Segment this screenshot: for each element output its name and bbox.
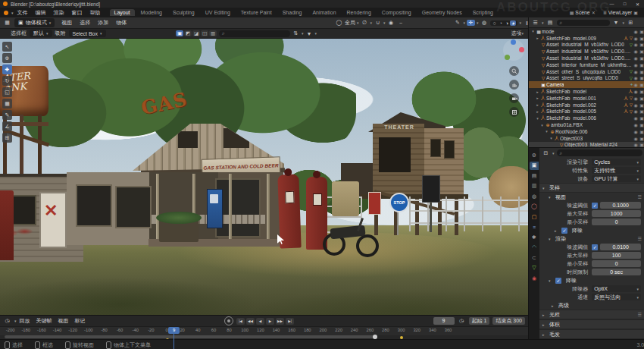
checkbox[interactable]: ✓: [592, 203, 598, 209]
shading-mode-icon-0[interactable]: ○: [492, 20, 498, 26]
outliner-row[interactable]: ▾⊕ambu01a.FBX◉▣: [529, 121, 644, 128]
expand-caret[interactable]: ▾: [549, 237, 553, 241]
outliner-row[interactable]: ▸人SketchFab_model.001人▽◉▣: [529, 95, 644, 102]
snap-magnet-icon[interactable]: ∪: [374, 20, 382, 26]
visibility-eye-icon[interactable]: ◉: [633, 75, 639, 80]
visibility-eye-icon[interactable]: ◉: [633, 96, 639, 101]
timeline-scrollbar[interactable]: [5, 335, 376, 338]
outliner-display-icon[interactable]: ▤: [546, 20, 555, 26]
auto-keying-button[interactable]: [224, 316, 233, 325]
preset-icon[interactable]: ☰: [638, 312, 642, 317]
outliner-row[interactable]: ▽Asset_industrial_M_vb1kfhv_LOD0▽◉▣: [529, 42, 644, 49]
property-dropdown[interactable]: GPU 计算▾: [592, 175, 641, 182]
checkbox[interactable]: ✓: [592, 244, 598, 250]
render-visibility-icon[interactable]: ▣: [639, 136, 644, 141]
pan-hand-icon[interactable]: [509, 80, 519, 90]
menu-编辑[interactable]: 编辑: [32, 9, 50, 17]
expand-caret[interactable]: ▾: [542, 186, 547, 190]
properties-tab-tool[interactable]: ⚙: [530, 151, 539, 159]
outliner-search-input[interactable]: ⌕: [557, 20, 610, 26]
expand-caret[interactable]: ▾: [535, 116, 540, 121]
property-value-slider[interactable]: 0 sec: [592, 269, 641, 275]
options-dropdown[interactable]: 选项▾: [511, 30, 524, 37]
select-mode-icon-3[interactable]: ◫: [201, 30, 208, 36]
workspace-tab-compositing[interactable]: Compositing: [377, 9, 416, 16]
properties-tab-scene[interactable]: ◍: [530, 192, 539, 200]
property-value-slider[interactable]: 0.1000: [600, 202, 641, 209]
select-tool-dropdown[interactable]: Select Box▾: [69, 30, 106, 37]
visibility-eye-icon[interactable]: ◉: [633, 29, 639, 34]
properties-row-高级[interactable]: ▸高级: [539, 301, 644, 310]
expand-caret[interactable]: ▸: [552, 303, 556, 308]
render-visibility-icon[interactable]: ▣: [639, 42, 644, 47]
properties-tab-view-layer[interactable]: ▥: [530, 182, 539, 190]
shading-mode-icon-1[interactable]: ◔: [498, 20, 504, 26]
measure-tool[interactable]: ∠: [2, 121, 12, 131]
render-visibility-icon[interactable]: ▣: [639, 29, 644, 34]
visibility-eye-icon[interactable]: ◉: [633, 136, 639, 141]
annotate-pen-icon[interactable]: ✎: [454, 20, 462, 26]
expand-caret[interactable]: ▾: [530, 29, 536, 33]
workspace-tab-uv-editing[interactable]: UV Editing: [201, 9, 235, 16]
properties-tab-world[interactable]: ◯: [530, 203, 539, 211]
prev-keyframe-button[interactable]: ◀◀: [246, 318, 255, 325]
properties-tab-render[interactable]: ▣: [530, 162, 539, 170]
workspace-tab-layout[interactable]: Layout: [110, 9, 135, 16]
property-dropdown[interactable]: 支持特性▾: [592, 167, 641, 174]
outliner-row[interactable]: ▸人SketchFab_model人◉▣: [529, 88, 644, 95]
outliner-editor-icon[interactable]: ☰: [531, 20, 539, 26]
transform-tool[interactable]: ▦: [2, 99, 12, 108]
jump-end-button[interactable]: ▶|: [286, 318, 294, 325]
visibility-eye-icon[interactable]: ◉: [633, 102, 639, 108]
properties-row-特性集[interactable]: 特性集支持特性▾: [539, 166, 644, 174]
render-visibility-icon[interactable]: ▣: [639, 62, 644, 68]
properties-tab-constraints[interactable]: ⊂: [530, 253, 539, 262]
shading-mode-icon-3[interactable]: ◕: [510, 20, 516, 26]
outliner-row[interactable]: ▾人Object003◉▣: [529, 135, 644, 142]
outliner-row[interactable]: ▽Asset_other_S_uhcgdgula_LOD0▽◉▣: [529, 68, 644, 75]
visibility-eye-icon[interactable]: ◉: [633, 49, 639, 54]
render-visibility-icon[interactable]: ▣: [639, 82, 644, 87]
render-visibility-icon[interactable]: ▣: [639, 102, 644, 108]
blender-menu-icon[interactable]: [4, 11, 8, 15]
outliner-row[interactable]: ▸人SketchFab_model.009人▽◉▣: [529, 35, 644, 42]
scale-tool[interactable]: ◱: [2, 87, 12, 97]
visibility-eye-icon[interactable]: ◉: [633, 82, 639, 87]
rotate-tool[interactable]: ↻: [2, 76, 12, 86]
checkbox[interactable]: ✓: [555, 278, 561, 284]
properties-row-设备[interactable]: 设备GPU 计算▾: [539, 174, 644, 183]
properties-tab-material[interactable]: ◉: [530, 274, 539, 282]
proportional-edit-icon[interactable]: ◉: [387, 20, 395, 26]
properties-row-最小采样[interactable]: 最小采样0: [539, 259, 644, 268]
checkbox[interactable]: ✓: [561, 228, 567, 234]
timeline-ruler[interactable]: -200-180-160-140-120-100-80-60-40-200204…: [0, 327, 528, 335]
ortho-toggle-icon[interactable]: [509, 107, 519, 117]
properties-row-体积[interactable]: ▸体积: [539, 319, 644, 329]
frame-start-field[interactable]: 起始 1: [469, 317, 490, 325]
render-visibility-icon[interactable]: ▣: [639, 75, 644, 80]
axis-z-handle[interactable]: [511, 39, 516, 45]
properties-row-渲染[interactable]: ▾渲染☰: [539, 234, 644, 243]
select-box-tool[interactable]: ↖: [2, 42, 12, 52]
properties-row-降噪[interactable]: ▸✓降噪: [539, 226, 644, 234]
prev-frame-button[interactable]: ◀: [256, 318, 264, 325]
viewport-menu-物体[interactable]: 物体: [112, 19, 130, 27]
property-value-slider[interactable]: 1000: [592, 210, 641, 217]
outliner-row[interactable]: ▽Asset_street_S_ulyvcgfla_LOD0▽◉▣: [529, 75, 644, 82]
expand-caret[interactable]: ▾: [549, 278, 553, 283]
visibility-eye-icon[interactable]: ◉: [633, 42, 639, 47]
playhead[interactable]: 9: [168, 327, 180, 334]
expand-caret[interactable]: ▸: [535, 96, 540, 100]
properties-tab-physics[interactable]: ◠: [530, 244, 539, 252]
select-mode-icon-4[interactable]: ▥: [209, 30, 217, 36]
expand-caret[interactable]: ▸: [542, 322, 547, 327]
outliner-filter-icon[interactable]: ▼: [612, 20, 621, 25]
properties-row-噪波阈值[interactable]: 噪波阈值✓0.0100: [539, 243, 644, 251]
viewport-menu-添加[interactable]: 添加: [94, 19, 112, 27]
cursor-tool[interactable]: ⊕: [2, 53, 12, 63]
properties-search-input[interactable]: ⌕: [557, 149, 642, 156]
menu-窗口[interactable]: 窗口: [68, 9, 86, 17]
expand-caret[interactable]: ▾: [539, 123, 545, 127]
visibility-eye-icon[interactable]: ◉: [633, 89, 639, 94]
outliner-row[interactable]: ▾⊕RootNode.006◉▣: [529, 128, 644, 135]
